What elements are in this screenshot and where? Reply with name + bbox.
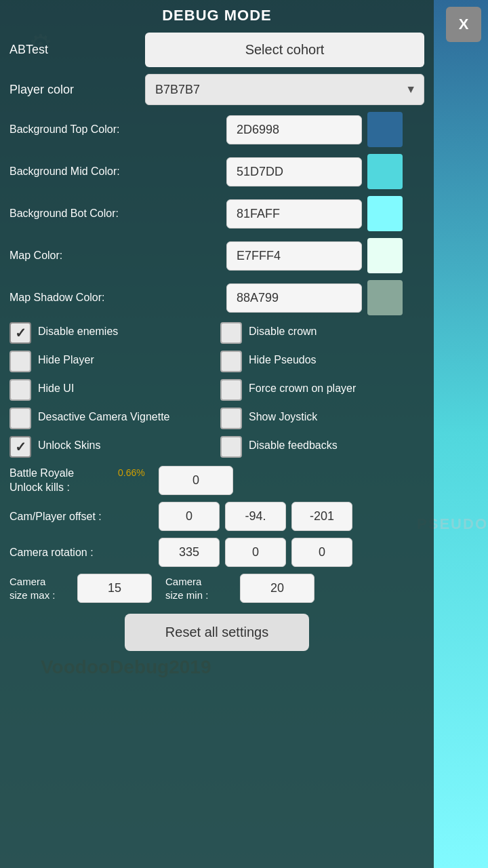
- checkbox-item-desactive-camera: Desactive Camera Vignette: [9, 408, 214, 429]
- hide-pseudos-checkbox[interactable]: [220, 351, 242, 372]
- camera-size-min-input[interactable]: [240, 574, 314, 603]
- checkbox-item-hide-ui: Hide UI: [9, 379, 214, 401]
- camera-size-max-label: Camerasize max :: [9, 575, 77, 601]
- cam-rotation-x[interactable]: [159, 538, 220, 567]
- disable-feedbacks-label: Disable feedbacks: [249, 436, 338, 453]
- checkbox-item-unlock-skins: Unlock Skins: [9, 436, 214, 458]
- show-joystick-checkbox[interactable]: [220, 408, 242, 429]
- checkbox-item-show-joystick: Show Joystick: [220, 408, 424, 429]
- unlock-skins-checkbox[interactable]: [9, 436, 31, 458]
- map-shadow-input[interactable]: [226, 283, 362, 313]
- bg-top-row: Background Top Color:: [9, 112, 424, 147]
- bg-top-label: Background Top Color:: [9, 123, 226, 136]
- disable-enemies-checkbox[interactable]: [9, 322, 31, 344]
- force-crown-label: Force crown on player: [249, 379, 356, 396]
- disable-feedbacks-checkbox[interactable]: [220, 436, 242, 458]
- desactive-camera-label: Desactive Camera Vignette: [38, 408, 169, 425]
- battle-royale-input[interactable]: [159, 466, 233, 495]
- hide-ui-checkbox[interactable]: [9, 379, 31, 401]
- player-color-row: Player color B7B7B7 ▼: [9, 74, 424, 105]
- disable-enemies-label: Disable enemies: [38, 322, 118, 339]
- camera-rotation-row: Camera rotation :: [9, 538, 424, 567]
- show-joystick-label: Show Joystick: [249, 408, 317, 425]
- checkbox-item-hide-player: Hide Player: [9, 351, 214, 372]
- desactive-camera-checkbox[interactable]: [9, 408, 31, 429]
- hide-player-checkbox[interactable]: [9, 351, 31, 372]
- disable-crown-label: Disable crown: [249, 322, 317, 339]
- bg-bot-row: Background Bot Color:: [9, 196, 424, 231]
- bg-mid-label: Background Mid Color:: [9, 165, 226, 178]
- abtest-row: ABTest Select cohort: [9, 33, 424, 67]
- camera-rotation-inputs: [159, 538, 352, 567]
- bg-mid-swatch[interactable]: [367, 154, 403, 189]
- checkbox-item-hide-pseudos: Hide Pseudos: [220, 351, 424, 372]
- map-shadow-row: Map Shadow Color:: [9, 280, 424, 315]
- force-crown-checkbox[interactable]: [220, 379, 242, 401]
- map-color-row: Map Color:: [9, 238, 424, 273]
- checkboxes-grid: Disable enemies Disable crown Hide Playe…: [9, 322, 424, 458]
- bg-mid-input[interactable]: [226, 157, 362, 186]
- debug-title: DEBUG MODE: [9, 7, 424, 24]
- map-color-label: Map Color:: [9, 250, 226, 262]
- unlock-skins-label: Unlock Skins: [38, 436, 100, 453]
- player-color-select[interactable]: B7B7B7: [145, 74, 424, 105]
- select-cohort-button[interactable]: Select cohort: [145, 33, 424, 67]
- hide-player-label: Hide Player: [38, 351, 94, 368]
- map-color-swatch[interactable]: [367, 238, 403, 273]
- player-color-dropdown-wrap: B7B7B7 ▼: [145, 74, 424, 105]
- cam-rotation-z[interactable]: [291, 538, 352, 567]
- abtest-label: ABTest: [9, 43, 145, 57]
- hide-ui-label: Hide UI: [38, 379, 74, 396]
- cam-offset-z[interactable]: [291, 502, 352, 531]
- close-button[interactable]: X: [446, 7, 481, 42]
- battle-royale-row: Battle RoyaleUnlock kills : 0.66%: [9, 466, 424, 495]
- camera-size-min-label: Camerasize min :: [165, 575, 240, 601]
- cam-offset-x[interactable]: [159, 502, 220, 531]
- bg-bot-label: Background Bot Color:: [9, 208, 226, 220]
- bg-bot-input[interactable]: [226, 199, 362, 229]
- map-shadow-label: Map Shadow Color:: [9, 292, 226, 304]
- bg-top-input[interactable]: [226, 115, 362, 144]
- percent-text: 0.66%: [118, 467, 145, 478]
- reset-all-settings-button[interactable]: Reset all settings: [125, 614, 309, 651]
- bg-mid-row: Background Mid Color:: [9, 154, 424, 189]
- checkbox-item-disable-crown: Disable crown: [220, 322, 424, 344]
- camera-size-max-input[interactable]: [77, 574, 152, 603]
- debug-panel: DEBUG MODE ABTest Select cohort Player c…: [0, 0, 434, 868]
- map-shadow-swatch[interactable]: [367, 280, 403, 315]
- cam-offset-inputs: [159, 502, 352, 531]
- cam-player-offset-label: Cam/Player offset :: [9, 511, 159, 523]
- player-color-label: Player color: [9, 83, 145, 97]
- map-color-input[interactable]: [226, 241, 362, 271]
- cam-player-offset-row: Cam/Player offset :: [9, 502, 424, 531]
- cam-offset-y[interactable]: [225, 502, 286, 531]
- camera-rotation-label: Camera rotation :: [9, 547, 159, 559]
- bg-bot-swatch[interactable]: [367, 196, 403, 231]
- cam-rotation-y[interactable]: [225, 538, 286, 567]
- bg-top-swatch[interactable]: [367, 112, 403, 147]
- checkbox-item-disable-feedbacks: Disable feedbacks: [220, 436, 424, 458]
- camera-size-row: Camerasize max : Camerasize min :: [9, 574, 424, 603]
- disable-crown-checkbox[interactable]: [220, 322, 242, 344]
- checkbox-item-force-crown: Force crown on player: [220, 379, 424, 401]
- hide-pseudos-label: Hide Pseudos: [249, 351, 317, 368]
- checkbox-item-disable-enemies: Disable enemies: [9, 322, 214, 344]
